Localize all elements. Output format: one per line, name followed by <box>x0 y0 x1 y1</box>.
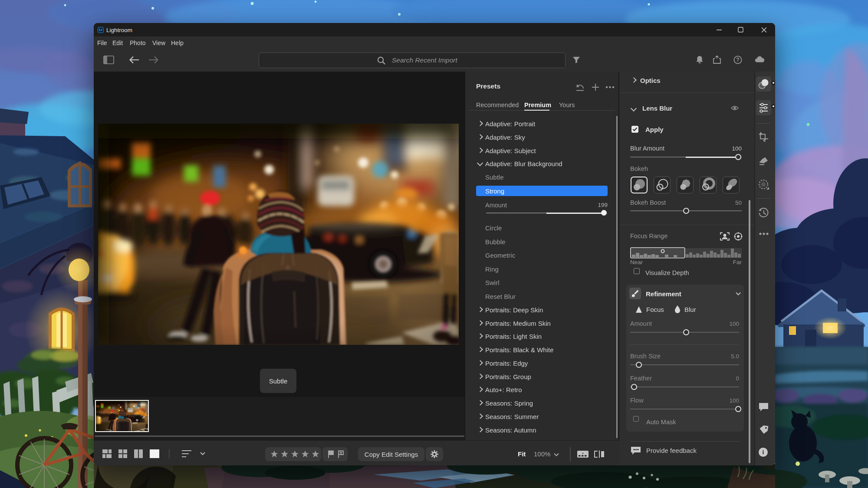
svg-text:?: ? <box>736 57 739 63</box>
